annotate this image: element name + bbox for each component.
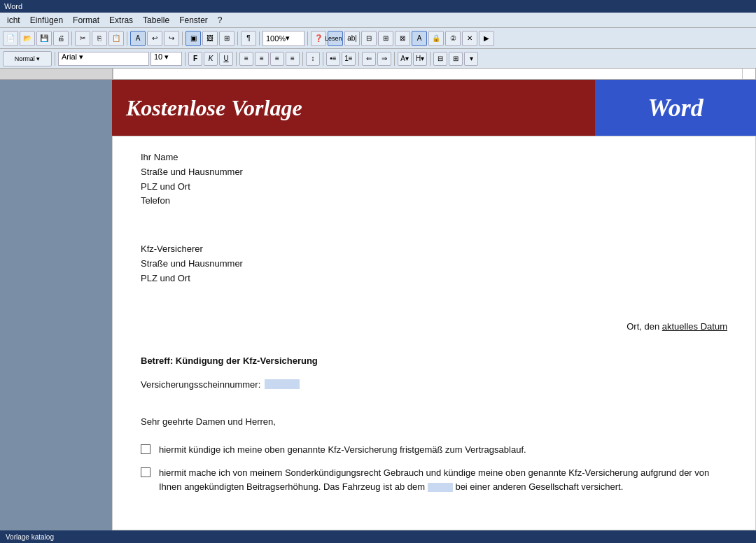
sep-fmt7 [394,52,395,66]
close-btn[interactable]: ✕ [462,31,477,46]
bold-button[interactable]: F [188,52,202,66]
checkbox-2-field[interactable] [428,483,453,492]
checkbox-item-2: hiermit mache ich von meinem Sonderkündi… [141,466,727,493]
sender-city: PLZ und Ort [141,180,727,195]
menu-einfuegen[interactable]: Einfügen [26,14,67,27]
extra-btn5[interactable]: ② [445,31,461,46]
align-left[interactable]: ≡ [239,52,253,66]
paste-button[interactable]: 📋 [108,31,124,46]
subject-line: Betreff: Kündigung der Kfz-Versicherung [141,354,727,368]
new-button[interactable]: 📄 [3,31,18,46]
recipient-name: Kfz-Versicherer [141,242,727,257]
banner-right-text: Word [648,93,703,122]
sep-fmt5 [323,52,323,66]
zoom-dropdown[interactable]: 100%▾ [262,31,304,46]
undo-button[interactable]: ↩ [147,31,162,46]
separator6 [307,31,308,45]
menu-format[interactable]: Format [69,14,104,27]
checkbox-2[interactable] [141,467,150,477]
menu-icht[interactable]: icht [3,14,24,27]
cut-button[interactable]: ✂ [75,31,90,46]
insurance-field[interactable] [265,379,300,389]
align-right[interactable]: ≡ [270,52,284,66]
image-btn[interactable]: 🖼 [202,31,218,46]
sep-fmt6 [358,52,359,66]
sender-street: Straße und Hausnummer [141,165,727,180]
num-list[interactable]: 1≡ [342,52,356,66]
banner-left-text: Kostenlose Vorlage [126,95,302,121]
date-prefix: Ort, den [626,321,659,332]
checkbox-2-text-part2: bei einer anderen Gesellschaft versicher… [455,481,623,492]
font-dropdown[interactable]: Arial ▾ [58,52,149,66]
help-circle-btn[interactable]: ❓ [311,31,326,46]
extra-btn1[interactable]: ab| [344,31,360,46]
extra-fmt1[interactable]: ⊟ [433,52,447,66]
highlight-btn[interactable]: ▣ [186,31,201,46]
increase-indent[interactable]: ⇒ [377,52,391,66]
table-btn[interactable]: ⊞ [219,31,234,46]
italic-button[interactable]: K [204,52,218,66]
spacer3 [141,405,727,415]
date-value: aktuelles Datum [662,321,727,332]
save-button[interactable]: 💾 [36,31,52,46]
status-label: Vorlage katalog [6,533,54,541]
header-banner: Kostenlose Vorlage Word [112,80,756,136]
open-button[interactable]: 📂 [20,31,35,46]
separator3 [182,31,183,45]
document-page[interactable]: Ihr Name Straße und Hausnummer PLZ und O… [112,136,756,530]
extra-btn6[interactable]: ▶ [479,31,494,46]
highlight-color[interactable]: H▾ [413,52,427,66]
style-dropdown-btn[interactable]: Normal ▾ [3,51,52,66]
left-sidebar [0,80,112,530]
document-wrapper: Kostenlose Vorlage Word Ihr Name Straße … [112,80,756,530]
copy-button[interactable]: ⎘ [92,31,107,46]
checkbox-1-text: hiermit kündige ich meine oben genannte … [159,443,727,457]
align-justify[interactable]: ≡ [286,52,300,66]
sender-name: Ihr Name [141,150,727,165]
spacer2 [141,292,727,320]
menu-fenster[interactable]: Fenster [175,14,212,27]
separator4 [237,31,238,45]
checkbox-1[interactable] [141,444,150,454]
style-btn[interactable]: A [130,31,146,46]
sep-fmt3 [236,52,237,66]
extra-btn3[interactable]: ⊞ [378,31,393,46]
extra-fmt3[interactable]: ▾ [464,52,478,66]
bullet-list[interactable]: •≡ [326,52,340,66]
ruler: // rendered inline below [0,69,756,80]
print-button[interactable]: 🖨 [53,31,69,46]
menu-help[interactable]: ? [214,14,227,27]
sender-address: Ihr Name Straße und Hausnummer PLZ und O… [141,150,727,209]
color-btn[interactable]: A▾ [398,52,412,66]
status-bar: Vorlage katalog [0,530,756,543]
date-line: Ort, den aktuelles Datum [141,320,727,334]
title-bar: Word [0,0,756,13]
align-center[interactable]: ≡ [255,52,269,66]
redo-button[interactable]: ↪ [164,31,179,46]
sep-fmt2 [185,52,186,66]
recipient-city: PLZ und Ort [141,272,727,286]
menu-bar: icht Einfügen Format Extras Tabelle Fens… [0,13,756,28]
size-dropdown[interactable]: 10 ▾ [150,52,182,66]
insurance-line: Versicherungsscheinnummer: [141,378,727,392]
decrease-indent[interactable]: ⇐ [362,52,376,66]
read-mode-btn[interactable]: Lesen [328,31,343,46]
menu-tabelle[interactable]: Tabelle [139,14,174,27]
underline-button[interactable]: U [219,52,233,66]
para-btn[interactable]: ¶ [241,31,256,46]
separator1 [71,31,72,45]
main-area: Kostenlose Vorlage Word Ihr Name Straße … [0,80,756,530]
extra-fmt2[interactable]: ⊞ [449,52,463,66]
recipient-street: Straße und Hausnummer [141,257,727,272]
lock-btn[interactable]: 🔒 [428,31,444,46]
extra-btn4[interactable]: ⊠ [395,31,410,46]
extra-btn2[interactable]: ⊟ [361,31,377,46]
checkbox-2-text: hiermit mache ich von meinem Sonderkündi… [159,466,727,493]
separator5 [259,31,260,45]
menu-extras[interactable]: Extras [105,14,137,27]
address-spacer [141,214,727,242]
line-spacing[interactable]: ↕ [306,52,320,66]
recipient-address: Kfz-Versicherer Straße und Hausnummer PL… [141,242,727,285]
greeting: Sehr geehrte Damen und Herren, [141,415,727,429]
highlight-btn2[interactable]: A [412,31,427,46]
